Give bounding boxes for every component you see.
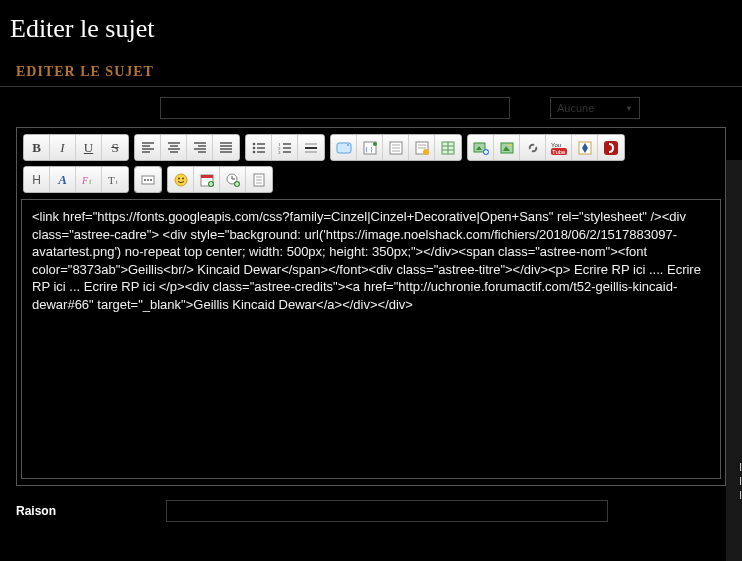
- svg-point-67: [150, 179, 152, 181]
- editor-toolbar: B I U S 123 { } YouTube: [21, 132, 721, 195]
- group-text-style: B I U S: [23, 134, 129, 161]
- flash-button[interactable]: [598, 135, 624, 160]
- paste-word-button[interactable]: [246, 167, 272, 192]
- align-center-button[interactable]: [161, 135, 187, 160]
- group-other: [134, 166, 162, 193]
- svg-text:F: F: [81, 175, 89, 186]
- svg-text:3: 3: [278, 150, 281, 155]
- svg-point-43: [423, 149, 429, 155]
- hr-button[interactable]: [298, 135, 324, 160]
- date-button[interactable]: [194, 167, 220, 192]
- reason-row: Raison: [0, 486, 742, 522]
- svg-point-53: [508, 143, 511, 146]
- reason-label: Raison: [16, 504, 156, 518]
- table-button[interactable]: [435, 135, 461, 160]
- divider: [0, 86, 742, 87]
- svg-text:T: T: [108, 174, 115, 186]
- svg-point-66: [147, 179, 149, 181]
- list-ul-button[interactable]: [246, 135, 272, 160]
- svg-point-17: [252, 146, 255, 149]
- group-align: [134, 134, 240, 161]
- bold-button[interactable]: B: [24, 135, 50, 160]
- svg-text:Tube: Tube: [552, 149, 566, 155]
- group-media: YouTube: [467, 134, 625, 161]
- switch-mode-button[interactable]: H: [24, 167, 50, 192]
- more-button[interactable]: [135, 167, 161, 192]
- group-font: H A Ff Tt: [23, 166, 129, 193]
- topic-icon-select[interactable]: Aucune ▼: [550, 97, 640, 119]
- subject-input[interactable]: [160, 97, 510, 119]
- svg-text:f: f: [89, 178, 92, 186]
- group-insert-block: { }: [330, 134, 462, 161]
- quote-button[interactable]: [331, 135, 357, 160]
- chevron-down-icon: ▼: [625, 104, 633, 113]
- spoiler-button[interactable]: [383, 135, 409, 160]
- svg-rect-59: [604, 141, 618, 155]
- svg-point-35: [373, 142, 377, 146]
- svg-point-32: [347, 144, 349, 146]
- strike-button[interactable]: S: [102, 135, 128, 160]
- link-button[interactable]: [520, 135, 546, 160]
- reason-input[interactable]: [166, 500, 608, 522]
- select-value: Aucune: [557, 102, 594, 114]
- svg-text:t: t: [116, 179, 118, 185]
- insert-image-button[interactable]: [494, 135, 520, 160]
- dailymotion-button[interactable]: [572, 135, 598, 160]
- align-justify-button[interactable]: [213, 135, 239, 160]
- italic-button[interactable]: I: [50, 135, 76, 160]
- page-title: Editer le sujet: [0, 0, 742, 56]
- host-image-button[interactable]: [468, 135, 494, 160]
- emoji-button[interactable]: [168, 167, 194, 192]
- svg-point-68: [175, 174, 187, 186]
- svg-point-18: [252, 150, 255, 153]
- code-button[interactable]: { }: [357, 135, 383, 160]
- font-family-button[interactable]: Ff: [76, 167, 102, 192]
- section-title: EDITER LE SUJET: [0, 56, 742, 86]
- svg-point-69: [178, 177, 180, 179]
- underline-button[interactable]: U: [76, 135, 102, 160]
- svg-rect-72: [201, 175, 213, 178]
- time-button[interactable]: [220, 167, 246, 192]
- font-color-button[interactable]: A: [50, 167, 76, 192]
- svg-text:{ }: { }: [365, 145, 373, 153]
- svg-point-70: [182, 177, 184, 179]
- font-size-button[interactable]: Tt: [102, 167, 128, 192]
- svg-text:You: You: [551, 142, 561, 148]
- editor-panel: B I U S 123 { } YouTube: [16, 127, 726, 486]
- group-list: 123: [245, 134, 325, 161]
- svg-rect-31: [337, 143, 351, 153]
- group-extras: [167, 166, 273, 193]
- align-right-button[interactable]: [187, 135, 213, 160]
- align-left-button[interactable]: [135, 135, 161, 160]
- subject-row: Aucune ▼: [0, 97, 742, 127]
- youtube-button[interactable]: YouTube: [546, 135, 572, 160]
- list-ol-button[interactable]: 123: [272, 135, 298, 160]
- svg-point-65: [144, 179, 146, 181]
- svg-point-16: [252, 142, 255, 145]
- hidden-button[interactable]: [409, 135, 435, 160]
- editor-textarea[interactable]: <link href="https://fonts.googleapis.com…: [21, 199, 721, 479]
